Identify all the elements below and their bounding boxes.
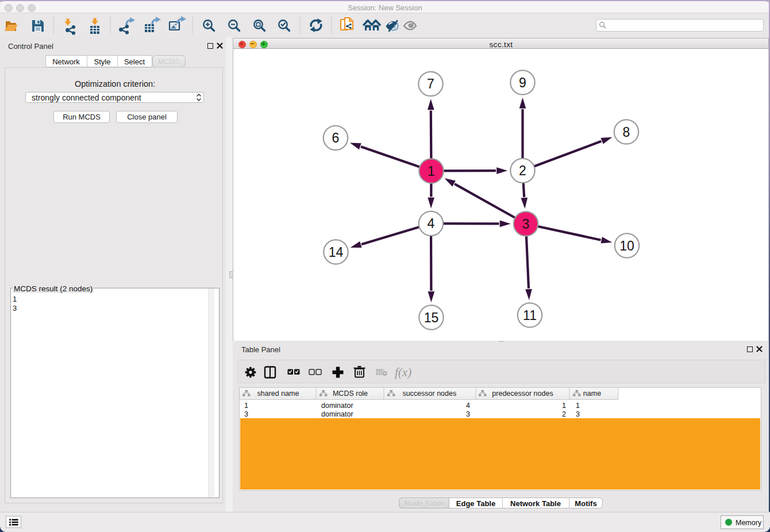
svg-text:2: 2 (562, 410, 566, 418)
svg-text:name: name (583, 390, 601, 398)
svg-text:dominator: dominator (321, 402, 353, 410)
svg-text:1: 1 (576, 402, 580, 410)
svg-text:8: 8 (623, 125, 630, 140)
svg-text:4: 4 (466, 402, 470, 410)
svg-text:f(x): f(x) (395, 365, 411, 379)
svg-text:3: 3 (522, 217, 530, 232)
svg-text:MCDS role: MCDS role (333, 390, 368, 398)
svg-text:dominator: dominator (321, 410, 353, 418)
svg-text:1: 1 (244, 402, 248, 410)
svg-text:predecessor nodes: predecessor nodes (492, 390, 553, 398)
svg-text:14: 14 (329, 245, 344, 260)
svg-text:10: 10 (619, 238, 634, 253)
svg-text:11: 11 (523, 308, 537, 323)
svg-text:3: 3 (466, 410, 470, 418)
svg-text:4: 4 (428, 216, 435, 231)
svg-text:3: 3 (576, 410, 580, 418)
svg-text:6: 6 (332, 130, 340, 145)
svg-text:1: 1 (562, 402, 566, 410)
svg-text:15: 15 (424, 310, 439, 325)
svg-text:7: 7 (427, 76, 434, 91)
svg-text:9: 9 (519, 75, 526, 90)
svg-text:1: 1 (428, 164, 435, 179)
svg-text:shared name: shared name (257, 390, 299, 398)
svg-text:successor nodes: successor nodes (402, 390, 456, 398)
svg-text:2: 2 (519, 163, 526, 178)
svg-text:3: 3 (244, 410, 248, 418)
